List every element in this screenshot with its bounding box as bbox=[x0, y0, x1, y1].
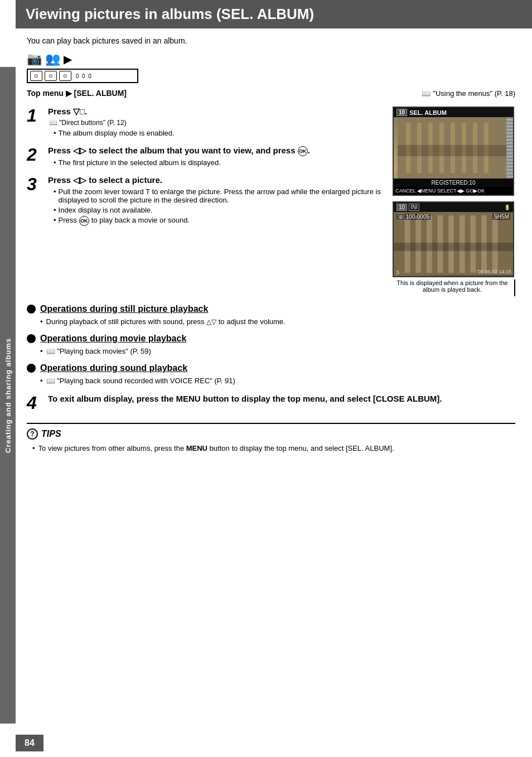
screen2-quality: SH5M bbox=[492, 214, 510, 220]
screen2-svg bbox=[394, 212, 513, 276]
tips-bullet-dot: • bbox=[32, 444, 35, 452]
screen2-file: ⊞ 100-0005 bbox=[396, 214, 431, 220]
book-icon: 📖 bbox=[49, 119, 57, 127]
screen1-bottom-bar: CANCEL ◀MENU SELECT◀▶ GO▶OK bbox=[394, 187, 513, 195]
callout-area: This is displayed when a picture from th… bbox=[393, 279, 515, 296]
page-title: Viewing pictures in albums (SEL. ALBUM) bbox=[16, 0, 532, 28]
step-3: 3 Press ◁▷ to select a picture. Pull the… bbox=[27, 175, 387, 228]
page-number: 84 bbox=[16, 735, 43, 751]
step-3-number: 3 bbox=[27, 175, 42, 228]
mode-dial-bar: ⊙ ⊙ ⊙ 0 0 0 bbox=[27, 69, 138, 83]
screen2-body: ⊞ 100-0005 SH5M '05.06.02 14:15 5 bbox=[394, 212, 513, 276]
album-icon: 👥 bbox=[45, 52, 60, 66]
screen-mockup-2: 10 INI 🔋 bbox=[393, 201, 514, 277]
bullet-dot-2: • bbox=[40, 347, 43, 355]
screen-mockup-1: 10 SEL. ALBUM bbox=[393, 107, 514, 196]
callout-text: This is displayed when a picture from th… bbox=[393, 279, 512, 293]
tips-icon: ? bbox=[27, 428, 38, 440]
dial-segment-2: ⊙ bbox=[45, 71, 57, 81]
step-1: 1 Press ▽□. 📖 "Direct buttons" (P. 12) T… bbox=[27, 107, 387, 139]
section-movie-text: 📖 "Playing back movies" (P. 59) bbox=[46, 347, 151, 355]
bullet-circle-1 bbox=[27, 305, 36, 314]
screen2-folder-icon: ⊞ bbox=[398, 214, 404, 220]
step-2-title: Press ◁▷ to select the album that you wa… bbox=[48, 146, 387, 156]
screen1-registered: REGISTERED:10 bbox=[394, 179, 513, 187]
svg-rect-9 bbox=[398, 145, 509, 156]
step-4: 4 To exit album display, press the MENU … bbox=[27, 394, 515, 412]
step-2-number: 2 bbox=[27, 146, 42, 168]
step-1-number: 1 bbox=[27, 107, 42, 139]
section-still-text: During playback of still pictures with s… bbox=[46, 317, 286, 326]
step-2: 2 Press ◁▷ to select the album that you … bbox=[27, 146, 387, 168]
dial-segment-3: ⊙ bbox=[59, 71, 71, 81]
section-sound-header: Operations during sound playback bbox=[27, 363, 515, 373]
tips-content: • To view pictures from other albums, pr… bbox=[32, 444, 515, 452]
screen2-number: 5 bbox=[396, 269, 399, 275]
nav-right-label: 📖 "Using the menus" (P. 18) bbox=[422, 89, 515, 98]
step-3-bullet-2: Index display is not available. bbox=[54, 206, 387, 214]
book-ref-icon: 📖 bbox=[422, 89, 431, 98]
screen2-timestamp: '05.06.02 14:15 bbox=[477, 269, 511, 274]
screen1-image bbox=[394, 117, 513, 179]
section-movie-title: Operations during movie playback bbox=[40, 334, 186, 344]
section-movie-header: Operations during movie playback bbox=[27, 334, 515, 344]
step-3-bullet-1: Pull the zoom lever toward T to enlarge … bbox=[54, 187, 387, 204]
section-movie-body: • 📖 "Playing back movies" (P. 59) bbox=[40, 347, 515, 355]
menu-bold: MENU bbox=[186, 444, 207, 452]
camera-icon: 📷 bbox=[27, 52, 42, 66]
step-1-title: Press ▽□. bbox=[48, 107, 387, 117]
screen2-badge: 10 bbox=[396, 204, 407, 211]
section-still-body: • During playback of still pictures with… bbox=[40, 317, 515, 326]
screen2-icons: 🔋 bbox=[504, 205, 510, 210]
up-down-icon: △▽ bbox=[206, 318, 216, 326]
callout-line bbox=[514, 279, 515, 296]
playback-icon: ▶ bbox=[64, 52, 72, 66]
tips-bullet-text: To view pictures from other albums, pres… bbox=[38, 444, 394, 452]
ok-badge-2: OK bbox=[79, 216, 89, 226]
book-icon-3: 📖 bbox=[46, 377, 55, 385]
nav-left-label: Top menu ▶ [SEL. ALBUM] bbox=[27, 89, 127, 98]
screen1-title: SEL. ALBUM bbox=[409, 109, 447, 116]
bullet-circle-3 bbox=[27, 364, 36, 373]
section-sound-title: Operations during sound playback bbox=[40, 363, 187, 373]
step-3-title: Press ◁▷ to select a picture. bbox=[48, 175, 387, 185]
step-1-ref: 📖 "Direct buttons" (P. 12) bbox=[48, 119, 387, 127]
section-sound-body: • 📖 "Playing back sound recorded with VO… bbox=[40, 377, 515, 385]
side-tab-label: Creating and sharing albums bbox=[0, 67, 16, 724]
section-sound-text: 📖 "Playing back sound recorded with VOIC… bbox=[46, 377, 235, 385]
tips-title-text: TIPS bbox=[41, 429, 61, 439]
ok-badge: OK bbox=[298, 146, 308, 156]
screen1-badge: 10 bbox=[396, 109, 407, 116]
screen1-scrollbar bbox=[506, 117, 513, 179]
intro-text: You can play back pictures saved in an a… bbox=[27, 36, 515, 45]
dial-label: 0 0 0 bbox=[76, 73, 91, 79]
nav-right-text: "Using the menus" (P. 18) bbox=[433, 89, 515, 98]
svg-rect-20 bbox=[394, 243, 513, 251]
screen1-svg bbox=[394, 117, 513, 179]
dial-segment-1: ⊙ bbox=[30, 71, 42, 81]
step-4-number: 4 bbox=[27, 394, 42, 412]
step-1-bullet-1: The album display mode is enabled. bbox=[54, 129, 387, 137]
mode-icons-row: 📷 👥 ▶ bbox=[27, 52, 515, 66]
book-icon-2: 📖 bbox=[46, 347, 55, 355]
screen2-ini: INI bbox=[409, 204, 419, 211]
step-2-bullet-1: The first picture in the selected album … bbox=[54, 158, 387, 167]
step-4-title: To exit album display, press the MENU bu… bbox=[48, 394, 515, 403]
nav-row: Top menu ▶ [SEL. ALBUM] 📖 "Using the men… bbox=[27, 89, 515, 98]
bullet-dot-1: • bbox=[40, 317, 43, 326]
bullet-circle-2 bbox=[27, 334, 36, 343]
section-still-title: Operations during still picture playback bbox=[40, 304, 208, 314]
step-3-bullet-3: Press OK to play back a movie or sound. bbox=[54, 216, 387, 226]
tips-box: ? TIPS • To view pictures from other alb… bbox=[27, 423, 515, 452]
sections-area: Operations during still picture playback… bbox=[27, 304, 515, 385]
bullet-dot-3: • bbox=[40, 377, 43, 385]
section-still-header: Operations during still picture playback bbox=[27, 304, 515, 314]
